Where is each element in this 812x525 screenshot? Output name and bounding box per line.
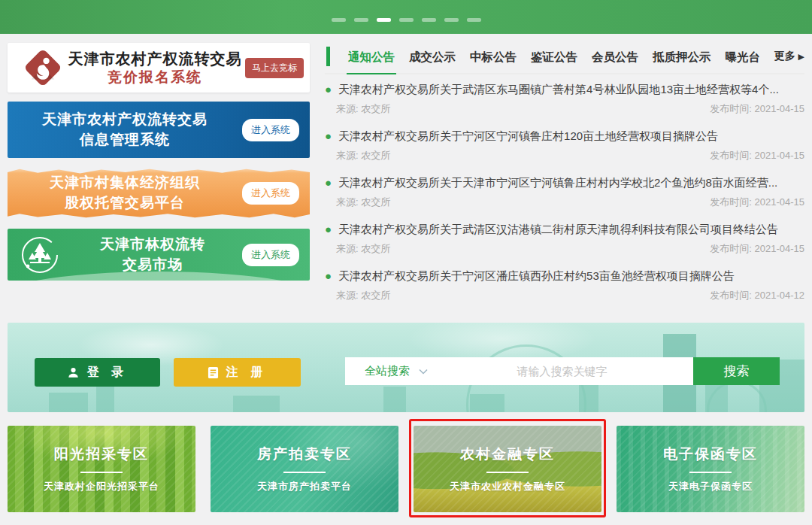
forest-enter-system-button[interactable]: 进入系统 bbox=[242, 244, 299, 266]
user-icon bbox=[67, 366, 80, 379]
bullet-icon: ● bbox=[325, 83, 332, 96]
tab-notice-announcements[interactable]: 通知公告 bbox=[347, 45, 396, 74]
zone-title: 电子保函专区 bbox=[663, 445, 758, 464]
login-button[interactable]: 登 录 bbox=[35, 358, 160, 387]
equity-title-line1: 天津市村集体经济组织 bbox=[8, 173, 242, 193]
notice-title[interactable]: 天津农村产权交易所关于天津市宁河区宁河镇鲁庄村村内学校北2个鱼池约8亩水面经营.… bbox=[338, 176, 777, 190]
notice-title[interactable]: 天津农村产权交易所关于宁河区宁河镇鲁庄村120亩土地经营权项目摘牌公告 bbox=[338, 129, 718, 144]
forest-card-title: 天津市林权流转 交易市场 bbox=[63, 235, 242, 275]
bullet-icon: ● bbox=[325, 129, 332, 142]
list-item[interactable]: ●天津农村产权交易所关于宁河区潘庄镇西孙庄村约53亩鱼池经营权项目摘牌公告 来源… bbox=[325, 261, 804, 308]
carousel-dash[interactable] bbox=[332, 18, 346, 22]
bullet-icon: ● bbox=[325, 223, 332, 235]
carousel-bar bbox=[0, 0, 812, 34]
search-input[interactable] bbox=[431, 357, 693, 385]
banner-equity-trusteeship-platform[interactable]: 天津市村集体经济组织 股权托管交易平台 进入系统 bbox=[8, 167, 310, 220]
banner-bidding-system[interactable]: 天津市农村产权流转交易 竞价报名系统 马上去竞标 bbox=[8, 43, 310, 93]
chevron-down-icon[interactable] bbox=[419, 369, 428, 375]
zone-subtitle: 天津电子保函专区 bbox=[668, 480, 753, 493]
bidding-title-line2: 竞价报名系统 bbox=[65, 68, 245, 86]
info-title-line2: 信息管理系统 bbox=[8, 130, 242, 150]
zone-sunshine-procurement[interactable]: 阳光招采专区 天津政村企阳光招采平台 bbox=[8, 426, 195, 512]
zone-title: 房产拍卖专区 bbox=[257, 445, 352, 464]
list-item[interactable]: ●天津农村产权交易所关于武清区汉沽港镇二街村原天津凯得利科技有限公司项目终结公告… bbox=[325, 214, 804, 261]
tab-exposure[interactable]: 曝光台 bbox=[724, 45, 762, 73]
tab-winning-bid[interactable]: 中标公告 bbox=[468, 45, 518, 73]
forest-title-line1: 天津市林权流转 bbox=[63, 235, 242, 255]
info-title-line1: 天津市农村产权流转交易 bbox=[8, 110, 242, 130]
search-bar: 全站搜索 搜索 bbox=[345, 357, 780, 385]
tabbar-accent-bar bbox=[326, 47, 330, 66]
banner-forest-rights-market[interactable]: 天津市林权流转 交易市场 进入系统 bbox=[8, 229, 310, 281]
notice-title[interactable]: 天津农村产权交易所关于武清区汉沽港镇二街村原天津凯得利科技有限公司项目终结公告 bbox=[338, 223, 778, 237]
zone-electronic-guarantee[interactable]: 电子保函专区 天津电子保函专区 bbox=[617, 426, 804, 512]
tab-deal-publicity[interactable]: 成交公示 bbox=[408, 45, 457, 73]
notice-time: 发布时间: 2021-04-12 bbox=[710, 289, 804, 302]
more-link[interactable]: 更多 ▶ bbox=[774, 50, 804, 69]
page: 天津市农村产权流转交易 竞价报名系统 马上去竞标 天津市农村产权流转交易 信息管… bbox=[0, 0, 812, 525]
equity-enter-system-button[interactable]: 进入系统 bbox=[242, 182, 299, 205]
more-label: 更多 bbox=[774, 50, 795, 62]
carousel-dash[interactable] bbox=[422, 18, 436, 22]
zone-subtitle: 天津市房产拍卖平台 bbox=[257, 480, 352, 493]
notice-source: 来源: 农交所 bbox=[336, 289, 390, 302]
notice-source: 来源: 农交所 bbox=[336, 102, 390, 116]
main-content: 天津市农村产权流转交易 竞价报名系统 马上去竞标 天津市农村产权流转交易 信息管… bbox=[0, 34, 812, 525]
notice-time: 发布时间: 2021-04-15 bbox=[710, 242, 804, 256]
list-item[interactable]: ●天津农村产权交易所关于天津市宁河区宁河镇鲁庄村村内学校北2个鱼池约8亩水面经营… bbox=[325, 168, 804, 214]
carousel-dash[interactable] bbox=[444, 18, 459, 22]
tab-member[interactable]: 会员公告 bbox=[590, 45, 640, 73]
tab-authentication[interactable]: 鉴证公告 bbox=[529, 45, 579, 73]
notice-time: 发布时间: 2021-04-15 bbox=[710, 102, 804, 116]
notice-list: ●天津农村产权交易所关于武清区东马圈镇广善村第4号林业队园地13亩土地经营权等4… bbox=[325, 74, 804, 308]
carousel-dash[interactable] bbox=[399, 18, 414, 22]
forest-trees-icon bbox=[20, 235, 60, 275]
notice-time: 发布时间: 2021-04-15 bbox=[710, 196, 804, 209]
zone-divider bbox=[689, 472, 732, 473]
search-button[interactable]: 搜索 bbox=[693, 357, 780, 385]
info-enter-system-button[interactable]: 进入系统 bbox=[242, 119, 299, 141]
info-card-title: 天津市农村产权流转交易 信息管理系统 bbox=[8, 110, 242, 150]
tab-pledge[interactable]: 抵质押公示 bbox=[651, 45, 713, 73]
zone-divider bbox=[80, 472, 123, 473]
bullet-icon: ● bbox=[325, 269, 332, 282]
carousel-dashes bbox=[332, 18, 481, 22]
list-item[interactable]: ●天津农村产权交易所关于宁河区宁河镇鲁庄村120亩土地经营权项目摘牌公告 来源:… bbox=[325, 121, 804, 168]
city-silhouette bbox=[383, 387, 406, 412]
login-label: 登 录 bbox=[87, 365, 128, 381]
notice-title[interactable]: 天津农村产权交易所关于宁河区潘庄镇西孙庄村约53亩鱼池经营权项目摘牌公告 bbox=[338, 269, 735, 284]
list-item[interactable]: ●天津农村产权交易所关于武清区东马圈镇广善村第4号林业队园地13亩土地经营权等4… bbox=[325, 74, 804, 121]
notice-tabbar: 通知公告 成交公示 中标公告 鉴证公告 会员公告 抵质押公示 曝光台 更多 ▶ bbox=[325, 45, 804, 74]
zone-slot: 阳光招采专区 天津政村企阳光招采平台 bbox=[8, 426, 195, 512]
notice-source: 来源: 农交所 bbox=[336, 242, 390, 256]
zone-divider bbox=[486, 472, 529, 473]
equity-card-title: 天津市村集体经济组织 股权托管交易平台 bbox=[8, 173, 242, 213]
forest-title-line2: 交易市场 bbox=[63, 255, 242, 275]
register-button[interactable]: 注 册 bbox=[174, 358, 301, 387]
bidding-diamond-logo bbox=[21, 47, 65, 88]
zone-slot: 农村金融专区 天津市农业农村金融专区 bbox=[414, 426, 601, 512]
notice-title[interactable]: 天津农村产权交易所关于武清区东马圈镇广善村第4号林业队园地13亩土地经营权等4个… bbox=[338, 83, 779, 97]
zone-subtitle: 天津政村企阳光招采平台 bbox=[44, 480, 159, 493]
zone-cards: 阳光招采专区 天津政村企阳光招采平台 房产拍卖专区 天津市房产拍卖平台 农村金融… bbox=[8, 426, 804, 512]
notice-panel: 通知公告 成交公示 中标公告 鉴证公告 会员公告 抵质押公示 曝光台 更多 ▶ … bbox=[325, 45, 804, 308]
zone-real-estate-auction[interactable]: 房产拍卖专区 天津市房产拍卖平台 bbox=[211, 426, 398, 512]
city-silhouette bbox=[233, 396, 280, 412]
notice-source: 来源: 农交所 bbox=[336, 196, 390, 209]
zone-subtitle: 天津市农业农村金融专区 bbox=[450, 480, 565, 493]
sidebar-banners: 天津市农村产权流转交易 竞价报名系统 马上去竞标 天津市农村产权流转交易 信息管… bbox=[8, 34, 310, 281]
carousel-dash[interactable] bbox=[467, 18, 481, 22]
bidding-title-line1: 天津市农村产权流转交易 bbox=[65, 50, 245, 68]
zone-rural-finance[interactable]: 农村金融专区 天津市农业农村金融专区 bbox=[414, 426, 601, 512]
carousel-dash[interactable] bbox=[354, 18, 368, 22]
notice-time: 发布时间: 2021-04-15 bbox=[710, 149, 804, 162]
more-arrow-icon: ▶ bbox=[798, 52, 804, 61]
banner-info-management-system[interactable]: 天津市农村产权流转交易 信息管理系统 进入系统 bbox=[8, 102, 310, 158]
zone-slot: 房产拍卖专区 天津市房产拍卖平台 bbox=[211, 426, 398, 512]
carousel-dash[interactable] bbox=[377, 18, 391, 22]
zone-divider bbox=[283, 472, 326, 473]
register-form-icon bbox=[208, 366, 219, 379]
notice-source: 来源: 农交所 bbox=[336, 149, 390, 162]
search-scope-select[interactable]: 全站搜索 bbox=[345, 364, 419, 378]
go-bid-button[interactable]: 马上去竞标 bbox=[245, 58, 304, 78]
